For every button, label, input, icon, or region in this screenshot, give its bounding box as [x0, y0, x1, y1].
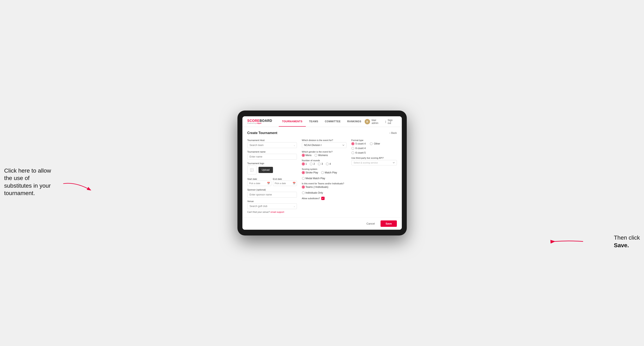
- division-select[interactable]: NCAA Division I: [302, 142, 346, 148]
- cancel-button[interactable]: Cancel: [363, 220, 378, 227]
- logo-powered: Powered by clippd: [247, 122, 272, 124]
- event-for-label: Is this event for Teams and/or Individua…: [302, 182, 346, 185]
- format-other-label: Other: [374, 142, 380, 145]
- format-options: 5 count 4 Other 6 count 4: [352, 142, 397, 154]
- nav-link-committee[interactable]: COMMITTEE: [322, 117, 344, 127]
- tournament-name-group: Tournament name: [247, 151, 297, 160]
- scoring-stroke-radio[interactable]: [302, 171, 305, 174]
- scoring-stroke-label: Stroke Play: [306, 171, 318, 174]
- format-other-radio[interactable]: [370, 142, 373, 145]
- format-6count5[interactable]: 6 count 5: [352, 151, 397, 154]
- end-date-label: End date: [273, 178, 282, 180]
- event-teams[interactable]: Teams (+Individuals): [302, 185, 328, 188]
- rounds-1[interactable]: 1: [302, 163, 307, 165]
- allow-substitutes-checkbox[interactable]: [321, 197, 324, 200]
- format-5count4-radio[interactable]: [352, 142, 354, 145]
- rounds-3-radio[interactable]: [318, 163, 321, 165]
- form-col-left: Tournament Host ⌄ Tournament name Tourna…: [247, 139, 297, 213]
- end-date-group: End date 📅: [273, 177, 297, 186]
- gender-womens-label: Womens: [318, 154, 328, 157]
- tournament-host-wrapper: ⌄: [247, 142, 297, 148]
- sponsor-input[interactable]: [247, 192, 297, 197]
- nav-link-teams[interactable]: TEAMS: [306, 117, 322, 127]
- allow-substitutes-label: Allow substitutes?: [302, 197, 320, 200]
- event-for-group: Is this event for Teams and/or Individua…: [302, 182, 346, 194]
- rounds-4-radio[interactable]: [326, 163, 329, 165]
- end-date-input[interactable]: [273, 181, 297, 186]
- logo-clippd: clippd: [256, 122, 262, 124]
- event-individuals-label: Individuals Only: [306, 191, 323, 194]
- format-6count5-label: 6 count 5: [356, 151, 366, 154]
- venue-input[interactable]: [247, 203, 297, 209]
- tournament-host-input[interactable]: [247, 142, 297, 148]
- tournament-logo-group: Tournament logo Upload: [247, 162, 297, 174]
- event-individuals[interactable]: Individuals Only: [302, 191, 323, 194]
- nav-link-tournaments[interactable]: TOURNAMENTS: [279, 117, 306, 127]
- svg-point-3: [251, 169, 252, 170]
- gender-mens-label: Mens: [306, 154, 312, 157]
- venue-hint-text: Can't find your venue?: [247, 211, 270, 213]
- scoring-system-radio-group: Stroke Play Match Play Medal Match Play: [302, 171, 346, 180]
- logo-red-part: SCORE: [247, 119, 260, 123]
- venue-dropdown-icon: ⌄: [294, 205, 295, 208]
- start-date-input[interactable]: [247, 181, 271, 186]
- format-5count4[interactable]: 5 count 4: [352, 142, 366, 145]
- gender-mens[interactable]: Mens: [302, 154, 312, 157]
- format-6count4-label: 6 count 4: [356, 147, 366, 150]
- format-other[interactable]: Other: [370, 142, 380, 145]
- division-group: Which division is the event for? NCAA Di…: [302, 139, 346, 148]
- gender-radio-group: Mens Womens: [302, 154, 346, 157]
- scoring-match[interactable]: Match Play: [321, 171, 337, 174]
- dates-group: Start date 📅 End date 📅: [247, 177, 297, 186]
- format-6count4[interactable]: 6 count 4: [352, 147, 397, 150]
- annotation-right: Then click Save.: [614, 234, 640, 249]
- scoring-api-select[interactable]: Select & scoring service: [352, 160, 397, 165]
- scoring-match-radio[interactable]: [321, 171, 324, 174]
- rounds-2[interactable]: 2: [310, 163, 315, 165]
- search-icon: ⌄: [294, 144, 295, 147]
- back-chevron: ‹: [390, 132, 390, 135]
- gender-label: Which gender is the event for?: [302, 151, 346, 153]
- event-teams-radio[interactable]: [302, 185, 305, 188]
- logo-area: SCOREBOARD Powered by clippd: [247, 119, 272, 124]
- upload-button[interactable]: Upload: [258, 167, 273, 173]
- nav-avatar: B: [365, 119, 370, 124]
- gender-womens-radio[interactable]: [314, 154, 317, 157]
- rounds-2-radio[interactable]: [310, 163, 312, 165]
- format-6count5-radio[interactable]: [352, 151, 354, 154]
- gender-womens[interactable]: Womens: [314, 154, 328, 157]
- format-5count4-label: 5 count 4: [356, 142, 366, 145]
- start-date-group: Start date 📅: [247, 177, 271, 186]
- tournament-name-input[interactable]: [247, 154, 297, 160]
- rounds-radio-group: 1 2 3 4: [302, 163, 346, 165]
- rounds-3-label: 3: [322, 163, 323, 165]
- sign-out-link[interactable]: Sign out: [388, 119, 397, 125]
- scoring-stroke[interactable]: Stroke Play: [302, 171, 318, 174]
- scoring-system-group: Scoring system Stroke Play Match Play: [302, 168, 346, 180]
- venue-label: Venue: [247, 200, 297, 202]
- arrow-right-icon: [552, 235, 585, 246]
- scoring-medal[interactable]: Medal Match Play: [302, 177, 325, 180]
- tournament-host-group: Tournament Host ⌄: [247, 139, 297, 148]
- logo-black-part: BOARD: [260, 119, 272, 123]
- format-6count4-radio[interactable]: [352, 147, 354, 150]
- back-link[interactable]: ‹ Back: [390, 132, 397, 135]
- scoring-medal-radio[interactable]: [302, 177, 305, 180]
- gender-mens-radio[interactable]: [302, 154, 305, 157]
- rounds-1-radio[interactable]: [302, 163, 305, 165]
- tablet-screen: SCOREBOARD Powered by clippd TOURNAMENTS…: [242, 116, 402, 230]
- page-content: Create Tournament ‹ Back Tournament Host…: [242, 127, 402, 217]
- rounds-4-label: 4: [330, 163, 331, 165]
- event-teams-label: Teams (+Individuals): [306, 185, 328, 188]
- arrow-left-icon: [59, 180, 100, 194]
- rounds-4[interactable]: 4: [326, 163, 331, 165]
- rounds-3[interactable]: 3: [318, 163, 323, 165]
- rounds-label: Number of rounds: [302, 159, 346, 162]
- venue-wrapper: ⌄: [247, 203, 297, 209]
- event-for-radio-group: Teams (+Individuals) Individuals Only: [302, 185, 346, 194]
- event-individuals-radio[interactable]: [302, 191, 305, 194]
- email-support-link[interactable]: email support: [270, 211, 284, 213]
- nav-link-rankings[interactable]: RANKINGS: [344, 117, 365, 127]
- save-button[interactable]: Save: [380, 220, 397, 227]
- page-footer: Cancel Save: [242, 217, 402, 230]
